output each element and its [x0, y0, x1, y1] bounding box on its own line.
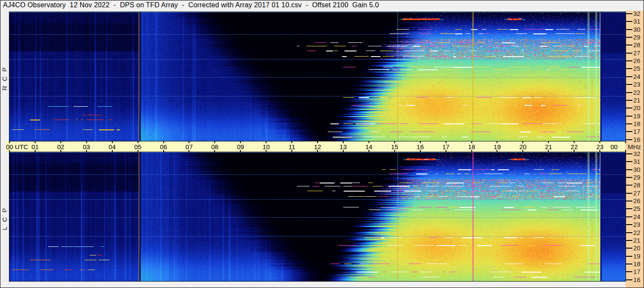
spectrogram-canvas-rcp	[9, 12, 626, 141]
freq-tick	[626, 60, 632, 61]
time-tick-label: 07	[186, 143, 193, 150]
time-tick-label: 04	[108, 143, 116, 150]
freq-tick	[626, 193, 632, 194]
freq-tick-label: 22	[633, 89, 644, 96]
time-tick-label: 22	[571, 143, 578, 150]
time-axis: 00 UTC0102030405060708091011121314151617…	[6, 141, 626, 152]
time-tick-label: 17	[442, 143, 449, 150]
time-tick-label: 06	[160, 143, 167, 150]
freq-tick-label: 22	[633, 229, 644, 237]
time-tick-label: 21	[545, 143, 552, 150]
time-tick-label: 03	[83, 143, 90, 150]
freq-tick	[626, 123, 632, 124]
time-tick-top	[625, 141, 626, 143]
freq-tick-label: 27	[633, 189, 644, 197]
freq-tick	[626, 271, 632, 272]
freq-tick-label: 27	[633, 49, 644, 57]
time-tick-label: 13	[340, 143, 347, 150]
rcp-label: RCP	[1, 51, 9, 102]
freq-tick	[626, 45, 632, 45]
freq-tick-label: 23	[633, 221, 644, 228]
time-tick-label: 15	[391, 143, 398, 150]
freq-tick	[626, 68, 632, 69]
freq-tick	[626, 53, 632, 54]
freq-tick-label: 21	[633, 96, 644, 104]
freq-tick-label: 17	[633, 128, 644, 135]
freq-tick-label: 29	[633, 174, 644, 181]
freq-tick	[626, 256, 632, 257]
time-tick-label: 19	[494, 143, 501, 150]
freq-tick	[626, 108, 632, 108]
freq-tick	[626, 232, 632, 233]
time-tick-label: 11	[288, 143, 295, 150]
freq-tick	[626, 264, 632, 264]
freq-tick-label: 26	[633, 197, 644, 205]
freq-tick	[626, 100, 632, 101]
freq-tick-label: 32	[633, 10, 644, 18]
mhz-unit-label: MHz	[628, 143, 641, 150]
freq-tick-label: 18	[633, 120, 644, 128]
freq-tick-label: 20	[633, 104, 644, 112]
spectrogram-canvas-lcp	[9, 152, 626, 281]
freq-tick-label: 28	[633, 181, 644, 189]
freq-tick	[626, 84, 632, 85]
lcp-label: LCP	[1, 191, 9, 243]
freq-tick-label: 32	[633, 150, 644, 158]
freq-tick	[626, 169, 632, 170]
freq-tick-label: 31	[633, 18, 644, 25]
time-tick-label: 20	[519, 143, 527, 150]
freq-tick	[626, 139, 632, 140]
freq-tick	[626, 240, 632, 241]
time-tick-label: 08	[211, 143, 219, 150]
freq-tick	[626, 131, 632, 132]
freq-tick-label: 31	[633, 158, 644, 165]
freq-tick	[626, 216, 632, 217]
freq-tick-label: 16	[633, 276, 644, 284]
time-tick-label: 05	[134, 143, 141, 150]
freq-tick-label: 24	[633, 73, 644, 81]
time-tick-label: 23	[596, 143, 604, 150]
freq-tick-label: 18	[633, 260, 644, 268]
freq-tick-label: 19	[633, 252, 644, 260]
freq-tick-label: 23	[633, 81, 644, 88]
freq-tick-label: 25	[633, 205, 644, 213]
freq-tick	[626, 185, 632, 186]
freq-tick	[626, 116, 632, 117]
freq-tick-label: 29	[633, 33, 644, 41]
time-tick-label: 02	[57, 143, 64, 150]
freq-tick-label: 26	[633, 57, 644, 65]
title-bar: AJ4CO Observatory 12 Nov 2022 - DPS on T…	[3, 1, 379, 10]
spectrogram-viewer: AJ4CO Observatory 12 Nov 2022 - DPS on T…	[0, 0, 644, 288]
freq-tick-label: 28	[633, 41, 644, 49]
freq-tick	[626, 224, 632, 225]
freq-tick	[626, 208, 632, 209]
freq-tick	[626, 29, 632, 30]
time-tick-label: 18	[468, 143, 475, 150]
time-tick-label: 00 UTC	[6, 143, 28, 150]
freq-tick	[626, 153, 632, 154]
time-tick-label: 09	[237, 143, 244, 150]
freq-tick-label: 17	[633, 268, 644, 276]
time-tick-label: 14	[365, 143, 372, 150]
freq-tick	[626, 201, 632, 201]
freq-tick	[626, 76, 632, 77]
freq-tick-label: 25	[633, 65, 644, 72]
freq-tick	[626, 248, 632, 249]
freq-tick	[626, 161, 632, 162]
freq-tick-label: 20	[633, 244, 644, 252]
time-tick-label: 10	[263, 143, 270, 150]
time-tick-label: 01	[32, 143, 39, 150]
time-tick-label: 00	[611, 143, 618, 150]
freq-tick-label: 30	[633, 26, 644, 33]
freq-tick-label: 16	[633, 136, 644, 144]
time-tick-label: 16	[416, 143, 424, 150]
freq-tick	[626, 92, 632, 93]
freq-tick-label: 24	[633, 213, 644, 221]
freq-tick	[626, 37, 632, 38]
time-tick-label: 12	[314, 143, 321, 150]
freq-tick	[626, 21, 632, 22]
freq-tick-label: 21	[633, 237, 644, 244]
freq-tick	[626, 177, 632, 178]
freq-tick	[626, 279, 632, 280]
freq-tick-label: 19	[633, 112, 644, 120]
